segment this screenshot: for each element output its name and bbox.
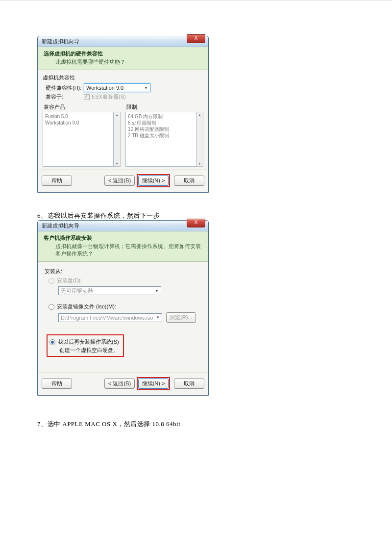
list-item: 10 网络适配器限制: [128, 126, 194, 132]
radio-disc: [49, 278, 54, 284]
group-label: 虚拟机兼容性: [43, 74, 203, 81]
hw-compat-label: 硬件兼容性(H):: [46, 84, 84, 92]
header-title: 客户机操作系统安装: [44, 234, 202, 242]
drive-select[interactable]: 无可用驱动器 ▼: [58, 286, 161, 295]
help-button[interactable]: 帮助: [42, 378, 72, 389]
header-subtitle: 此虚拟机需要哪些硬件功能？: [44, 58, 202, 66]
close-icon[interactable]: X: [187, 219, 205, 227]
scrollbar[interactable]: ▲▼: [196, 112, 203, 167]
highlight-next: 继续(N) >: [137, 174, 170, 187]
hw-compat-value: Workstation 9.0: [86, 85, 123, 91]
list-item: Workstation 9.0: [45, 120, 111, 126]
chevron-down-icon: ▼: [144, 86, 148, 90]
titlebar[interactable]: 新建虚拟机向导 X: [38, 221, 208, 231]
products-listbox[interactable]: Fusion 5.0 Workstation 9.0: [43, 112, 114, 167]
browse-button[interactable]: 浏览(R)...: [166, 312, 196, 323]
dialog-guest-os: 新建虚拟机向导 X 客户机操作系统安装 虚拟机就像一台物理计算机；它需要操作系统…: [37, 220, 209, 396]
iso-path-value: D:\Program Files\VMware\windows.iso: [61, 315, 153, 321]
list-item: 2 TB 磁盘大小限制: [128, 132, 194, 139]
back-button[interactable]: < 返回(B): [104, 378, 135, 389]
esx-label: ESX服务器(S): [92, 93, 126, 101]
header-subtitle: 虚拟机就像一台物理计算机；它需要操作系统。您将如何安装客户操作系统？: [44, 243, 202, 257]
compat-with-label: 兼容于:: [46, 93, 84, 101]
header-pane: 客户机操作系统安装 虚拟机就像一台物理计算机；它需要操作系统。您将如何安装客户操…: [38, 231, 208, 262]
esx-checkbox[interactable]: [84, 94, 90, 100]
hw-compat-select[interactable]: Workstation 9.0 ▼: [84, 83, 150, 92]
list-item: 64 GB 内存限制: [128, 113, 194, 120]
radio-later-sub: 创建一个虚拟空白硬盘。: [59, 347, 119, 354]
titlebar[interactable]: 新建虚拟机向导 X: [38, 36, 208, 47]
highlight-later-option: 我以后再安装操作系统(S) 创建一个虚拟空白硬盘。: [47, 334, 124, 357]
list-item: Fusion 5.0: [45, 113, 111, 120]
body-pane: 安装从: 安装盘(D): 无可用驱动器 ▼ 安装盘镜像文件 (iso)(M): …: [38, 262, 208, 373]
footer-pane: 帮助 < 返回(B) 继续(N) > 取消: [38, 373, 208, 395]
list-item: 8 处理器限制: [128, 120, 194, 126]
footer-pane: 帮助 < 返回(B) 继续(N) > 取消: [38, 170, 208, 192]
radio-disc-label: 安装盘(D):: [57, 277, 82, 284]
title-text: 新建虚拟机向导: [42, 222, 206, 229]
scrollbar[interactable]: ▲▼: [114, 112, 121, 167]
products-header: 兼容产品:: [44, 103, 121, 111]
limits-header: 限制:: [126, 103, 203, 111]
iso-path-field[interactable]: D:\Program Files\VMware\windows.iso ▼: [58, 313, 162, 322]
step-6-caption: 6、选我以后再安装操作系统，然后下一步: [37, 211, 160, 220]
header-title: 选择虚拟机的硬件兼容性: [44, 50, 202, 57]
header-pane: 选择虚拟机的硬件兼容性 此虚拟机需要哪些硬件功能？: [38, 47, 208, 70]
chevron-down-icon: ▼: [156, 315, 160, 320]
radio-iso[interactable]: [49, 304, 54, 310]
close-icon[interactable]: X: [187, 34, 205, 43]
title-text: 新建虚拟机向导: [42, 38, 206, 45]
radio-iso-label: 安装盘镜像文件 (iso)(M):: [57, 303, 116, 310]
chevron-down-icon: ▼: [155, 289, 159, 293]
help-button[interactable]: 帮助: [42, 176, 72, 186]
drive-value: 无可用驱动器: [61, 287, 93, 295]
back-button[interactable]: < 返回(B): [104, 176, 135, 186]
step-7-caption: 7、选中 APPLE MAC OS X，然后选择 10.8 64bit: [37, 420, 180, 429]
next-button[interactable]: 继续(N) >: [138, 176, 169, 186]
cancel-button[interactable]: 取消: [174, 176, 204, 186]
cancel-button[interactable]: 取消: [174, 378, 204, 389]
radio-later-label: 我以后再安装操作系统(S): [58, 338, 119, 346]
radio-later[interactable]: [49, 339, 55, 345]
highlight-next: 继续(N) >: [137, 377, 170, 390]
next-button[interactable]: 继续(N) >: [138, 378, 169, 389]
body-pane: 虚拟机兼容性 硬件兼容性(H): Workstation 9.0 ▼ 兼容于: …: [38, 70, 208, 170]
limits-listbox[interactable]: 64 GB 内存限制 8 处理器限制 10 网络适配器限制 2 TB 磁盘大小限…: [125, 112, 196, 167]
dialog-hw-compat: 新建虚拟机向导 X 选择虚拟机的硬件兼容性 此虚拟机需要哪些硬件功能？ 虚拟机兼…: [37, 36, 209, 193]
install-from-label: 安装从:: [45, 268, 201, 275]
